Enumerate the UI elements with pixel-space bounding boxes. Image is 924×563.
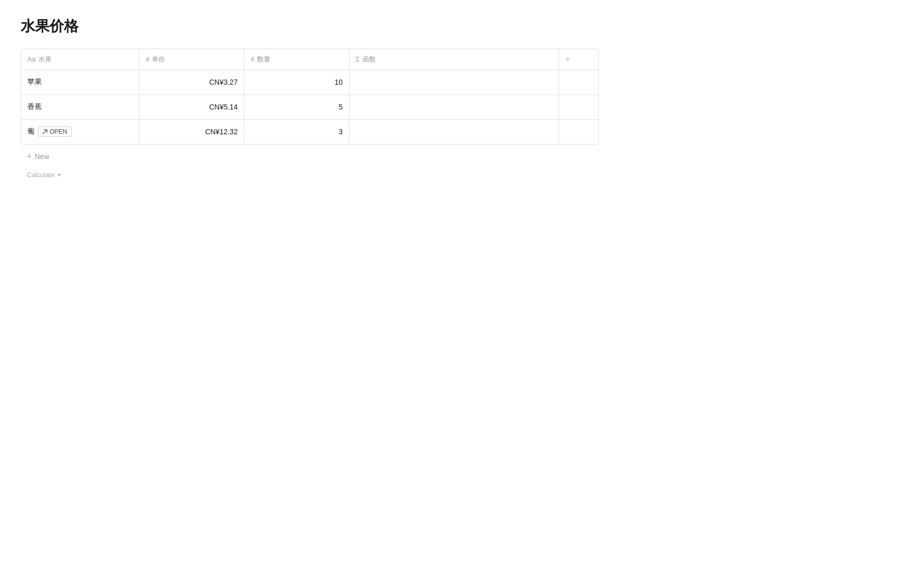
cell-value-qty-banana: 5	[339, 103, 343, 111]
cell-value-price-grape: CN¥12.32	[205, 128, 237, 136]
formula-type-icon: Σ	[356, 55, 360, 63]
database-table: Aa 水果 # 单价 # 数量	[21, 49, 598, 144]
table-header-row: Aa 水果 # 单价 # 数量	[21, 49, 598, 70]
cell-value-price-apple: CN¥3.27	[209, 78, 237, 86]
add-new-row-button[interactable]: + New	[21, 147, 599, 167]
cell-add-apple	[559, 70, 598, 95]
column-icon-number-qty: # 数量	[250, 55, 270, 64]
table-row: 苹果 CN¥3.27 10	[21, 70, 598, 95]
column-add-button[interactable]: +	[559, 49, 598, 70]
text-type-icon: Aa	[27, 55, 36, 63]
column-label-func: 函数	[362, 55, 376, 64]
column-label-qty: 数量	[257, 55, 270, 64]
page-title: 水果价格	[21, 17, 599, 36]
number-type-icon-price: #	[146, 55, 149, 63]
cell-value-price-banana: CN¥5.14	[209, 103, 237, 111]
column-icon-text: Aa 水果	[27, 55, 52, 64]
cell-price-grape[interactable]: CN¥12.32	[139, 119, 244, 144]
cell-name-banana[interactable]: 香蕉	[21, 95, 139, 119]
cell-func-grape[interactable]	[349, 119, 559, 144]
add-column-icon: +	[565, 55, 570, 64]
row-hover-actions: 葡 OPEN	[27, 127, 133, 137]
open-button[interactable]: OPEN	[38, 127, 72, 137]
cell-qty-grape[interactable]: 3	[244, 119, 349, 144]
cell-value-name-apple: 苹果	[27, 77, 42, 86]
add-new-label: New	[35, 152, 49, 161]
add-new-plus-icon: +	[27, 152, 31, 161]
table-bottom-controls: + New Calculate ▾	[21, 147, 599, 183]
cell-value-name-banana: 香蕉	[27, 102, 42, 111]
cell-value-name-grape: 葡	[27, 127, 35, 136]
cell-qty-apple[interactable]: 10	[244, 70, 349, 95]
cell-name-apple[interactable]: 苹果	[21, 70, 139, 95]
cell-add-grape	[559, 119, 598, 144]
column-label-name: 水果	[38, 55, 52, 64]
open-button-label: OPEN	[50, 128, 67, 135]
cell-qty-banana[interactable]: 5	[244, 95, 349, 119]
database-table-wrapper: Aa 水果 # 单价 # 数量	[21, 49, 599, 145]
table-row: 香蕉 CN¥5.14 5	[21, 95, 598, 119]
open-icon	[42, 129, 47, 134]
number-type-icon-qty: #	[250, 55, 254, 63]
cell-name-grape[interactable]: 葡 OPEN	[21, 119, 139, 144]
cell-value-qty-grape: 3	[339, 128, 343, 136]
calculate-button[interactable]: Calculate ▾	[21, 167, 599, 183]
column-header-func[interactable]: Σ 函数	[349, 49, 559, 70]
column-icon-formula: Σ 函数	[356, 55, 376, 64]
column-label-price: 单价	[152, 55, 165, 64]
cell-func-banana[interactable]	[349, 95, 559, 119]
cell-add-banana	[559, 95, 598, 119]
column-header-qty[interactable]: # 数量	[244, 49, 349, 70]
chevron-down-icon: ▾	[58, 171, 61, 178]
column-header-name[interactable]: Aa 水果	[21, 49, 139, 70]
column-header-price[interactable]: # 单价	[139, 49, 244, 70]
cell-value-qty-apple: 10	[334, 78, 343, 86]
calculate-label: Calculate	[27, 171, 55, 179]
column-icon-number-price: # 单价	[146, 55, 165, 64]
cell-price-apple[interactable]: CN¥3.27	[139, 70, 244, 95]
cell-func-apple[interactable]	[349, 70, 559, 95]
table-row: 葡 OPEN CN¥12.32 3	[21, 119, 598, 144]
cell-price-banana[interactable]: CN¥5.14	[139, 95, 244, 119]
